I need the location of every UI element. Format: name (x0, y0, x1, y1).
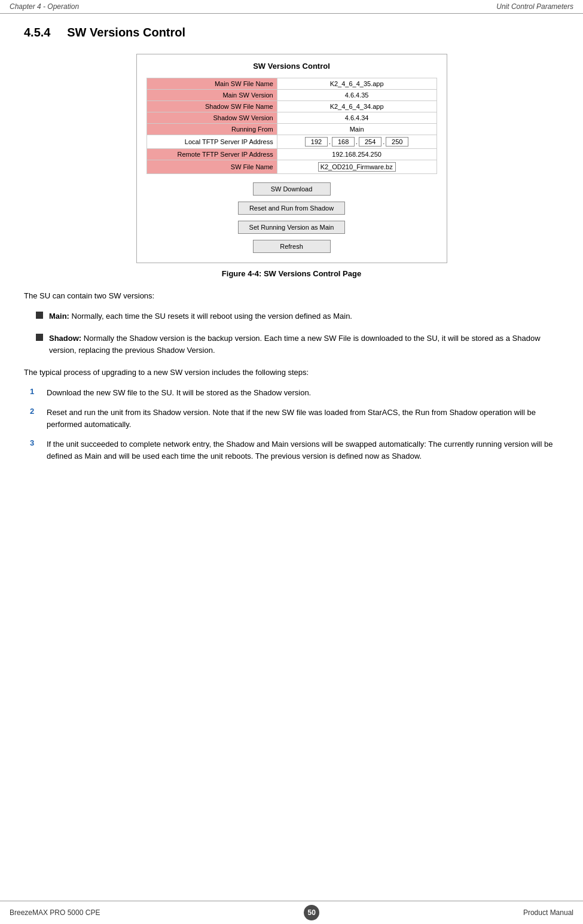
row-label-main-sw-version: Main SW Version (146, 90, 277, 101)
row-label-shadow-sw-file: Shadow SW File Name (146, 101, 277, 112)
refresh-button[interactable]: Refresh (253, 240, 331, 253)
row-value-main-sw-file: K2_4_6_4_35.app (277, 78, 437, 90)
row-value-sw-file-name (277, 160, 437, 174)
row-value-remote-tftp: 192.168.254.250 (277, 149, 437, 160)
main-content: 4.5.4 SW Versions Control SW Versions Co… (0, 14, 583, 488)
ip-octet-2[interactable] (332, 137, 355, 147)
bullet-icon-main (36, 312, 43, 319)
sw-download-button[interactable]: SW Download (253, 182, 331, 196)
ip-dot-3: . (383, 138, 384, 145)
row-value-shadow-sw-version: 4.6.4.34 (277, 112, 437, 124)
step-number-3: 3 (30, 438, 41, 447)
footer-left: BreezeMAX PRO 5000 CPE (10, 908, 100, 917)
step-item-3: 3 If the unit succeeded to complete netw… (24, 438, 559, 462)
reset-shadow-button[interactable]: Reset and Run from Shadow (238, 202, 345, 215)
row-label-main-sw-file: Main SW File Name (146, 78, 277, 90)
table-row: Main SW Version 4.6.4.35 (146, 90, 437, 101)
table-row: Shadow SW File Name K2_4_6_4_34.app (146, 101, 437, 112)
intro-text: The SU can contain two SW versions: (24, 290, 559, 302)
step-text-1: Download the new SW file to the SU. It w… (47, 387, 559, 399)
bullet-item-shadow: Shadow: Normally the Shadow version is t… (24, 333, 559, 356)
footer-bar: BreezeMAX PRO 5000 CPE 50 Product Manual (0, 901, 583, 924)
row-value-main-sw-version: 4.6.4.35 (277, 90, 437, 101)
set-main-button[interactable]: Set Running Version as Main (238, 221, 346, 234)
step-text-2: Reset and run the unit from its Shadow v… (47, 407, 559, 430)
header-right: Unit Control Parameters (496, 2, 573, 11)
step-text-3: If the unit succeeded to complete networ… (47, 438, 559, 462)
ip-octet-1[interactable] (305, 137, 328, 147)
section-title: SW Versions Control (67, 26, 185, 39)
step-number-1: 1 (30, 387, 41, 396)
ip-dot-1: . (329, 138, 331, 145)
ip-octet-4[interactable] (386, 137, 408, 147)
row-value-shadow-sw-file: K2_4_6_4_34.app (277, 101, 437, 112)
table-row: Main SW File Name K2_4_6_4_35.app (146, 78, 437, 90)
row-label-sw-file-name: SW File Name (146, 160, 277, 174)
steps-intro-text: The typical process of upgrading to a ne… (24, 367, 559, 379)
ip-octet-3[interactable] (359, 137, 381, 147)
row-label-shadow-sw-version: Shadow SW Version (146, 112, 277, 124)
sw-versions-table: Main SW File Name K2_4_6_4_35.app Main S… (146, 78, 437, 174)
section-number: 4.5.4 (24, 26, 50, 39)
table-row: Local TFTP Server IP Address . . . (146, 135, 437, 149)
buttons-area: SW Download Reset and Run from Shadow Se… (146, 182, 437, 253)
header-left: Chapter 4 - Operation (10, 2, 79, 11)
ip-dot-2: . (356, 138, 358, 145)
row-label-running-from: Running From (146, 124, 277, 135)
ip-input-group: . . . (281, 137, 433, 147)
row-label-remote-tftp: Remote TFTP Server IP Address (146, 149, 277, 160)
step-item-2: 2 Reset and run the unit from its Shadow… (24, 407, 559, 430)
table-row: Shadow SW Version 4.6.4.34 (146, 112, 437, 124)
row-value-local-tftp: . . . (277, 135, 437, 149)
bullet-item-main: Main: Normally, each time the SU resets … (24, 310, 559, 322)
step-number-2: 2 (30, 407, 41, 416)
figure-title: SW Versions Control (146, 62, 437, 71)
step-item-1: 1 Download the new SW file to the SU. It… (24, 387, 559, 399)
bullet-text-shadow: Shadow: Normally the Shadow version is t… (49, 333, 559, 356)
footer-right: Product Manual (523, 908, 573, 917)
figure-box: SW Versions Control Main SW File Name K2… (136, 54, 447, 263)
section-heading: 4.5.4 SW Versions Control (24, 26, 559, 39)
figure-caption: Figure 4-4: SW Versions Control Page (24, 269, 559, 278)
row-label-local-tftp: Local TFTP Server IP Address (146, 135, 277, 149)
bullet-icon-shadow (36, 334, 43, 341)
footer-page-number: 50 (304, 905, 319, 920)
table-row: SW File Name (146, 160, 437, 174)
table-row: Remote TFTP Server IP Address 192.168.25… (146, 149, 437, 160)
bullet-text-main: Main: Normally, each time the SU resets … (49, 310, 559, 322)
row-value-running-from: Main (277, 124, 437, 135)
header-bar: Chapter 4 - Operation Unit Control Param… (0, 0, 583, 14)
table-row: Running From Main (146, 124, 437, 135)
sw-file-name-input[interactable] (318, 162, 396, 172)
